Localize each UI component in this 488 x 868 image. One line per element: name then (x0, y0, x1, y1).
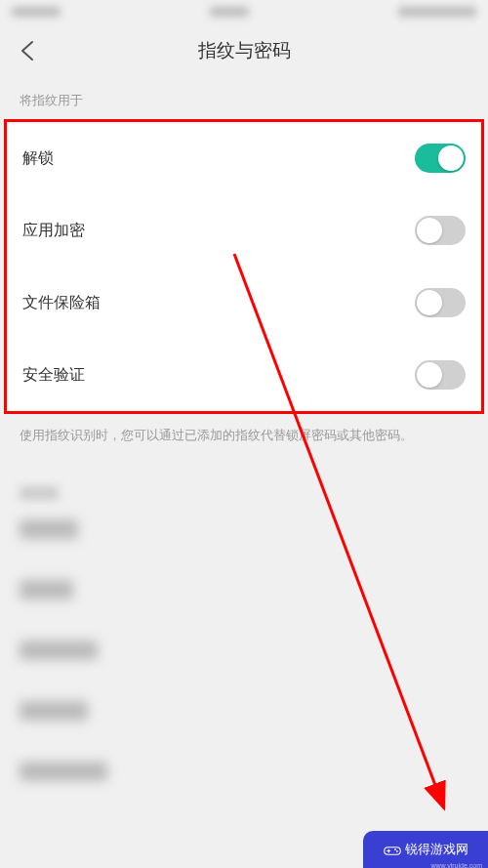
gamepad-icon (384, 841, 401, 858)
watermark-text: 锐得游戏网 (405, 841, 468, 858)
toggle-file-safe[interactable] (415, 288, 466, 317)
toggle-knob (417, 362, 442, 388)
svg-point-3 (395, 850, 397, 852)
toggle-security-verify[interactable] (415, 360, 466, 390)
header: 指纹与密码 (0, 23, 488, 78)
setting-app-encrypt: 应用加密 (7, 194, 481, 267)
back-icon (20, 40, 34, 62)
setting-label: 文件保险箱 (22, 293, 101, 313)
watermark-url: www.yiruide.com (430, 862, 482, 868)
toggle-unlock[interactable] (415, 144, 466, 173)
toggle-knob (417, 218, 442, 243)
status-battery (398, 7, 476, 17)
svg-point-2 (394, 848, 396, 850)
description-text: 使用指纹识别时，您可以通过已添加的指纹代替锁屏密码或其他密码。 (0, 414, 488, 457)
setting-file-safe: 文件保险箱 (7, 267, 481, 339)
setting-label: 安全验证 (22, 365, 85, 386)
status-time (210, 7, 249, 17)
back-button[interactable] (16, 39, 39, 62)
setting-security-verify: 安全验证 (7, 339, 481, 411)
watermark: 锐得游戏网 www.yiruide.com (363, 831, 488, 868)
section-label: 将指纹用于 (0, 78, 488, 119)
setting-unlock: 解锁 (7, 122, 481, 194)
toggle-knob (417, 290, 442, 315)
status-bar (0, 0, 488, 23)
status-signal (12, 7, 61, 17)
setting-label: 解锁 (22, 148, 54, 169)
page-title: 指纹与密码 (198, 38, 291, 63)
blurred-content (0, 486, 488, 781)
toggle-knob (438, 145, 464, 171)
setting-label: 应用加密 (22, 221, 85, 241)
toggle-app-encrypt[interactable] (415, 216, 466, 245)
highlight-annotation: 解锁 应用加密 文件保险箱 安全验证 (4, 119, 484, 414)
